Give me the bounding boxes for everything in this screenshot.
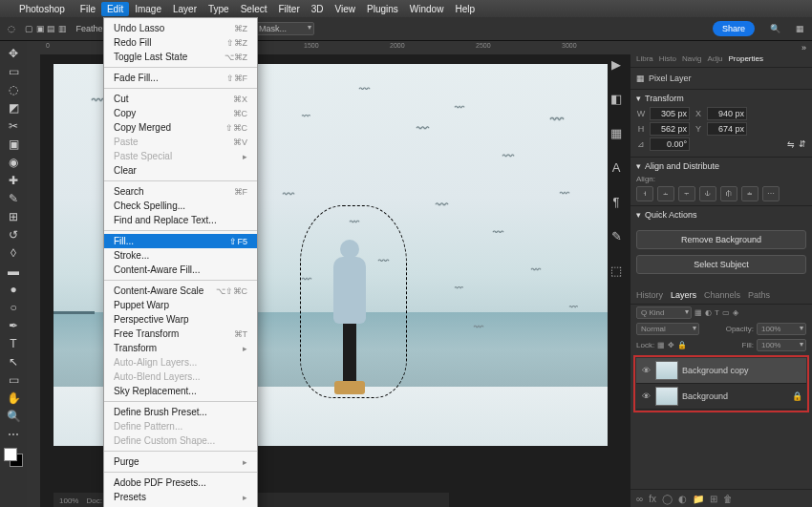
menu-item-fade-fill[interactable]: Fade Fill...⇧⌘F <box>104 71 257 85</box>
menu-item-content-aware-scale[interactable]: Content-Aware Scale⌥⇧⌘C <box>104 284 257 298</box>
play-icon[interactable]: ▶ <box>609 57 624 73</box>
disclosure-icon[interactable]: ▾ <box>636 161 641 171</box>
menubar-view[interactable]: View <box>330 2 362 16</box>
menu-item-sky-replacement[interactable]: Sky Replacement... <box>104 384 257 398</box>
gradient-tool[interactable]: ▬ <box>4 263 23 279</box>
menu-item-define-brush-preset[interactable]: Define Brush Preset... <box>104 405 257 419</box>
disclosure-icon[interactable]: ▾ <box>636 94 641 103</box>
hand-tool[interactable]: ✋ <box>4 390 23 406</box>
height-input[interactable]: 562 px <box>650 122 690 136</box>
edit-toolbar[interactable]: ⋯ <box>4 426 23 442</box>
mask-icon[interactable]: ◯ <box>662 494 673 504</box>
menubar-app[interactable]: Photoshop <box>13 2 71 16</box>
dodge-tool[interactable]: ○ <box>4 299 23 315</box>
menu-item-cut[interactable]: Cut⌘X <box>104 92 257 106</box>
menu-item-find-and-replace-text[interactable]: Find and Replace Text... <box>104 213 257 227</box>
layer-name[interactable]: Background <box>682 391 728 401</box>
layer-name[interactable]: Background copy <box>682 366 749 375</box>
color-panel-icon[interactable]: ◧ <box>609 92 624 107</box>
menu-item-free-transform[interactable]: Free Transform⌘T <box>104 327 257 341</box>
tab-paths[interactable]: Paths <box>748 290 770 300</box>
distribute-more[interactable]: ⋯ <box>762 186 780 201</box>
angle-input[interactable]: 0.00° <box>650 137 690 151</box>
lock-all-icon[interactable]: 🔒 <box>677 341 687 349</box>
layer-row[interactable]: 👁Background🔒 <box>636 384 806 410</box>
doc-info[interactable]: Doc: <box>86 496 101 505</box>
flip-h-icon[interactable]: ⇋ <box>787 139 795 149</box>
frame-tool[interactable]: ▣ <box>4 136 23 152</box>
align-bottom[interactable]: ⫨ <box>741 186 759 201</box>
lock-position-icon[interactable]: ✥ <box>668 341 674 349</box>
filter-adjust-icon[interactable]: ◐ <box>705 308 712 317</box>
layer-thumbnail[interactable] <box>655 387 678 406</box>
tab-properties[interactable]: Properties <box>729 54 763 63</box>
menubar-type[interactable]: Type <box>203 2 235 16</box>
menubar-layer[interactable]: Layer <box>167 2 203 16</box>
move-tool[interactable]: ✥ <box>4 45 23 61</box>
menu-item-fill[interactable]: Fill...⇧F5 <box>104 234 257 248</box>
menu-item-search[interactable]: Search⌘F <box>104 184 257 199</box>
crop-tool[interactable]: ✂ <box>4 117 23 134</box>
filter-shape-icon[interactable]: ▭ <box>722 308 730 317</box>
panel-collapse-icon[interactable]: » <box>801 43 806 49</box>
align-top[interactable]: ⫝ <box>699 186 716 201</box>
flip-v-icon[interactable]: ⇵ <box>799 139 806 149</box>
brushes-panel-icon[interactable]: ✎ <box>609 229 624 244</box>
lock-pixels-icon[interactable]: ▦ <box>657 341 665 349</box>
tab-navig[interactable]: Navig <box>682 54 701 63</box>
eraser-tool[interactable]: ◊ <box>4 244 23 261</box>
align-right[interactable]: ⫟ <box>678 186 695 201</box>
menubar-window[interactable]: Window <box>404 2 450 16</box>
menubar-help[interactable]: Help <box>449 2 481 16</box>
tab-adju[interactable]: Adju <box>707 54 722 63</box>
tab-libra[interactable]: Libra <box>636 54 653 63</box>
swatches-panel-icon[interactable]: ▦ <box>609 126 624 141</box>
align-hcenter[interactable]: ⫠ <box>657 186 674 201</box>
fill-input[interactable]: 100% <box>757 339 806 351</box>
width-input[interactable]: 305 px <box>650 107 690 120</box>
marquee-tool[interactable]: ▭ <box>4 63 23 79</box>
adjustment-icon[interactable]: ◐ <box>678 494 687 504</box>
y-input[interactable]: 674 px <box>707 122 747 136</box>
menu-item-redo-fill[interactable]: Redo Fill⇧⌘Z <box>104 35 257 50</box>
disclosure-icon[interactable]: ▾ <box>636 210 641 220</box>
menubar-edit[interactable]: Edit <box>101 2 129 16</box>
tab-channels[interactable]: Channels <box>704 290 740 300</box>
zoom-level[interactable]: 100% <box>59 496 78 505</box>
menu-item-presets[interactable]: Presets▸ <box>104 490 257 504</box>
blur-tool[interactable]: ● <box>4 281 23 297</box>
menu-item-copy[interactable]: Copy⌘C <box>104 106 257 120</box>
menubar-file[interactable]: File <box>75 2 101 16</box>
eyedropper-tool[interactable]: ◉ <box>4 154 23 170</box>
visibility-icon[interactable]: 👁 <box>640 366 652 375</box>
menu-item-toggle-last-state[interactable]: Toggle Last State⌥⌘Z <box>104 50 257 64</box>
filter-type-icon[interactable]: T <box>715 308 719 317</box>
menu-item-stroke[interactable]: Stroke... <box>104 248 257 263</box>
visibility-icon[interactable]: 👁 <box>640 391 652 401</box>
menu-item-puppet-warp[interactable]: Puppet Warp <box>104 298 257 312</box>
healing-tool[interactable]: ✚ <box>4 172 23 188</box>
menu-item-perspective-warp[interactable]: Perspective Warp <box>104 312 257 327</box>
pen-tool[interactable]: ✒ <box>4 317 23 333</box>
layer-thumbnail[interactable] <box>655 361 678 380</box>
select-subject-button[interactable]: Select Subject <box>636 255 806 274</box>
selection-mode-icons[interactable]: ▢ ▣ ▤ ▥ <box>25 24 67 33</box>
menu-item-content-aware-fill[interactable]: Content-Aware Fill... <box>104 263 257 277</box>
object-select-tool[interactable]: ◩ <box>4 99 23 116</box>
align-vcenter[interactable]: ⫛ <box>720 186 737 201</box>
layer-row[interactable]: 👁Background copy <box>636 358 806 384</box>
tab-layers[interactable]: Layers <box>671 290 696 300</box>
lasso-tool[interactable]: ◌ <box>4 81 23 97</box>
menubar-3d[interactable]: 3D <box>306 2 330 16</box>
search-icon[interactable]: 🔍 <box>770 24 780 33</box>
x-input[interactable]: 940 px <box>707 107 747 120</box>
brush-tool[interactable]: ✎ <box>4 190 23 206</box>
stamp-tool[interactable]: ⊞ <box>4 208 23 224</box>
link-layers-icon[interactable]: ∞ <box>636 494 643 504</box>
share-button[interactable]: Share <box>713 21 755 36</box>
menubar-plugins[interactable]: Plugins <box>361 2 404 16</box>
blend-mode-select[interactable]: Normal <box>636 323 699 335</box>
menu-item-undo-lasso[interactable]: Undo Lasso⌘Z <box>104 21 257 35</box>
tab-history[interactable]: History <box>636 290 663 300</box>
menu-item-purge[interactable]: Purge▸ <box>104 454 257 469</box>
